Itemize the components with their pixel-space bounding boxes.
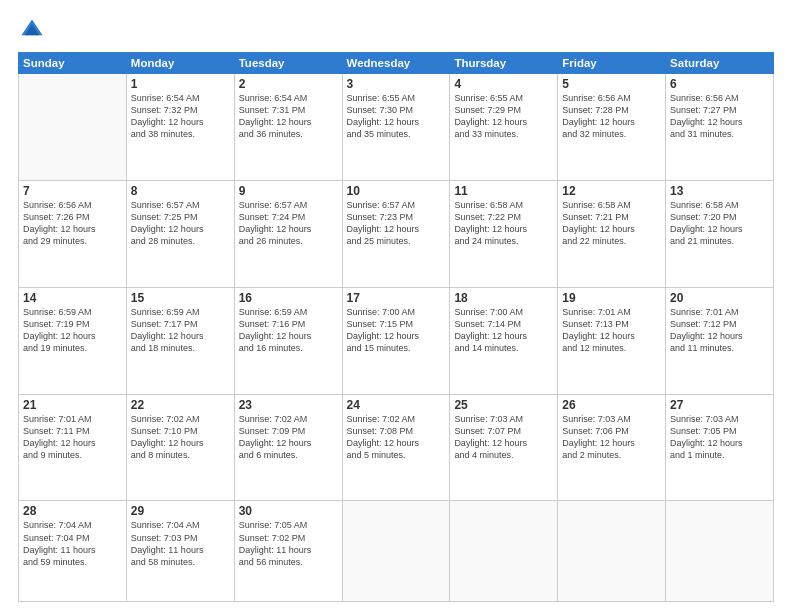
weekday-header-thursday: Thursday xyxy=(450,53,558,74)
calendar-cell xyxy=(558,501,666,602)
day-info: Sunrise: 6:58 AM Sunset: 7:20 PM Dayligh… xyxy=(670,199,769,248)
calendar-cell: 9Sunrise: 6:57 AM Sunset: 7:24 PM Daylig… xyxy=(234,180,342,287)
calendar-cell xyxy=(450,501,558,602)
day-number: 6 xyxy=(670,77,769,91)
calendar-cell: 7Sunrise: 6:56 AM Sunset: 7:26 PM Daylig… xyxy=(19,180,127,287)
day-info: Sunrise: 6:54 AM Sunset: 7:31 PM Dayligh… xyxy=(239,92,338,141)
day-info: Sunrise: 6:57 AM Sunset: 7:25 PM Dayligh… xyxy=(131,199,230,248)
day-number: 26 xyxy=(562,398,661,412)
calendar-cell: 15Sunrise: 6:59 AM Sunset: 7:17 PM Dayli… xyxy=(126,287,234,394)
calendar-cell: 26Sunrise: 7:03 AM Sunset: 7:06 PM Dayli… xyxy=(558,394,666,501)
day-info: Sunrise: 7:02 AM Sunset: 7:10 PM Dayligh… xyxy=(131,413,230,462)
header xyxy=(18,16,774,44)
day-info: Sunrise: 7:05 AM Sunset: 7:02 PM Dayligh… xyxy=(239,519,338,568)
calendar-cell xyxy=(342,501,450,602)
day-info: Sunrise: 6:59 AM Sunset: 7:16 PM Dayligh… xyxy=(239,306,338,355)
day-info: Sunrise: 7:03 AM Sunset: 7:07 PM Dayligh… xyxy=(454,413,553,462)
day-number: 8 xyxy=(131,184,230,198)
calendar-cell: 8Sunrise: 6:57 AM Sunset: 7:25 PM Daylig… xyxy=(126,180,234,287)
calendar-cell: 28Sunrise: 7:04 AM Sunset: 7:04 PM Dayli… xyxy=(19,501,127,602)
day-number: 9 xyxy=(239,184,338,198)
day-number: 23 xyxy=(239,398,338,412)
calendar-cell: 30Sunrise: 7:05 AM Sunset: 7:02 PM Dayli… xyxy=(234,501,342,602)
day-info: Sunrise: 7:01 AM Sunset: 7:11 PM Dayligh… xyxy=(23,413,122,462)
day-number: 17 xyxy=(347,291,446,305)
day-number: 19 xyxy=(562,291,661,305)
week-row-5: 28Sunrise: 7:04 AM Sunset: 7:04 PM Dayli… xyxy=(19,501,774,602)
day-info: Sunrise: 7:01 AM Sunset: 7:12 PM Dayligh… xyxy=(670,306,769,355)
day-number: 12 xyxy=(562,184,661,198)
day-number: 4 xyxy=(454,77,553,91)
calendar-cell: 14Sunrise: 6:59 AM Sunset: 7:19 PM Dayli… xyxy=(19,287,127,394)
day-info: Sunrise: 6:54 AM Sunset: 7:32 PM Dayligh… xyxy=(131,92,230,141)
week-row-3: 14Sunrise: 6:59 AM Sunset: 7:19 PM Dayli… xyxy=(19,287,774,394)
calendar-cell: 5Sunrise: 6:56 AM Sunset: 7:28 PM Daylig… xyxy=(558,74,666,181)
calendar-cell: 27Sunrise: 7:03 AM Sunset: 7:05 PM Dayli… xyxy=(666,394,774,501)
weekday-header-monday: Monday xyxy=(126,53,234,74)
day-info: Sunrise: 7:03 AM Sunset: 7:06 PM Dayligh… xyxy=(562,413,661,462)
day-info: Sunrise: 6:58 AM Sunset: 7:22 PM Dayligh… xyxy=(454,199,553,248)
day-number: 24 xyxy=(347,398,446,412)
day-number: 1 xyxy=(131,77,230,91)
day-number: 15 xyxy=(131,291,230,305)
day-info: Sunrise: 6:55 AM Sunset: 7:30 PM Dayligh… xyxy=(347,92,446,141)
day-info: Sunrise: 7:00 AM Sunset: 7:15 PM Dayligh… xyxy=(347,306,446,355)
day-number: 14 xyxy=(23,291,122,305)
day-number: 21 xyxy=(23,398,122,412)
weekday-header-friday: Friday xyxy=(558,53,666,74)
calendar-cell: 19Sunrise: 7:01 AM Sunset: 7:13 PM Dayli… xyxy=(558,287,666,394)
day-info: Sunrise: 7:04 AM Sunset: 7:03 PM Dayligh… xyxy=(131,519,230,568)
calendar-table: SundayMondayTuesdayWednesdayThursdayFrid… xyxy=(18,52,774,602)
day-info: Sunrise: 7:01 AM Sunset: 7:13 PM Dayligh… xyxy=(562,306,661,355)
day-info: Sunrise: 6:56 AM Sunset: 7:27 PM Dayligh… xyxy=(670,92,769,141)
weekday-header-saturday: Saturday xyxy=(666,53,774,74)
weekday-header-tuesday: Tuesday xyxy=(234,53,342,74)
calendar-cell: 12Sunrise: 6:58 AM Sunset: 7:21 PM Dayli… xyxy=(558,180,666,287)
day-number: 18 xyxy=(454,291,553,305)
calendar-cell: 24Sunrise: 7:02 AM Sunset: 7:08 PM Dayli… xyxy=(342,394,450,501)
day-number: 22 xyxy=(131,398,230,412)
day-number: 5 xyxy=(562,77,661,91)
day-info: Sunrise: 7:00 AM Sunset: 7:14 PM Dayligh… xyxy=(454,306,553,355)
day-number: 27 xyxy=(670,398,769,412)
logo-icon xyxy=(18,16,46,44)
calendar-cell: 13Sunrise: 6:58 AM Sunset: 7:20 PM Dayli… xyxy=(666,180,774,287)
calendar-cell: 16Sunrise: 6:59 AM Sunset: 7:16 PM Dayli… xyxy=(234,287,342,394)
calendar-cell: 17Sunrise: 7:00 AM Sunset: 7:15 PM Dayli… xyxy=(342,287,450,394)
day-info: Sunrise: 6:56 AM Sunset: 7:28 PM Dayligh… xyxy=(562,92,661,141)
day-number: 3 xyxy=(347,77,446,91)
calendar-cell: 1Sunrise: 6:54 AM Sunset: 7:32 PM Daylig… xyxy=(126,74,234,181)
day-info: Sunrise: 7:03 AM Sunset: 7:05 PM Dayligh… xyxy=(670,413,769,462)
calendar-cell: 10Sunrise: 6:57 AM Sunset: 7:23 PM Dayli… xyxy=(342,180,450,287)
calendar-cell: 25Sunrise: 7:03 AM Sunset: 7:07 PM Dayli… xyxy=(450,394,558,501)
calendar-cell: 21Sunrise: 7:01 AM Sunset: 7:11 PM Dayli… xyxy=(19,394,127,501)
calendar-cell: 22Sunrise: 7:02 AM Sunset: 7:10 PM Dayli… xyxy=(126,394,234,501)
logo xyxy=(18,16,50,44)
day-info: Sunrise: 7:02 AM Sunset: 7:08 PM Dayligh… xyxy=(347,413,446,462)
calendar-cell xyxy=(666,501,774,602)
calendar-cell: 11Sunrise: 6:58 AM Sunset: 7:22 PM Dayli… xyxy=(450,180,558,287)
day-info: Sunrise: 6:57 AM Sunset: 7:23 PM Dayligh… xyxy=(347,199,446,248)
day-number: 10 xyxy=(347,184,446,198)
calendar-cell: 2Sunrise: 6:54 AM Sunset: 7:31 PM Daylig… xyxy=(234,74,342,181)
day-number: 13 xyxy=(670,184,769,198)
day-info: Sunrise: 6:57 AM Sunset: 7:24 PM Dayligh… xyxy=(239,199,338,248)
calendar-cell: 23Sunrise: 7:02 AM Sunset: 7:09 PM Dayli… xyxy=(234,394,342,501)
calendar-cell xyxy=(19,74,127,181)
weekday-header-sunday: Sunday xyxy=(19,53,127,74)
day-info: Sunrise: 6:55 AM Sunset: 7:29 PM Dayligh… xyxy=(454,92,553,141)
day-number: 11 xyxy=(454,184,553,198)
calendar-cell: 4Sunrise: 6:55 AM Sunset: 7:29 PM Daylig… xyxy=(450,74,558,181)
day-info: Sunrise: 7:02 AM Sunset: 7:09 PM Dayligh… xyxy=(239,413,338,462)
day-number: 7 xyxy=(23,184,122,198)
weekday-header-row: SundayMondayTuesdayWednesdayThursdayFrid… xyxy=(19,53,774,74)
calendar-cell: 18Sunrise: 7:00 AM Sunset: 7:14 PM Dayli… xyxy=(450,287,558,394)
week-row-2: 7Sunrise: 6:56 AM Sunset: 7:26 PM Daylig… xyxy=(19,180,774,287)
calendar-cell: 3Sunrise: 6:55 AM Sunset: 7:30 PM Daylig… xyxy=(342,74,450,181)
day-number: 30 xyxy=(239,504,338,518)
day-info: Sunrise: 7:04 AM Sunset: 7:04 PM Dayligh… xyxy=(23,519,122,568)
calendar-cell: 6Sunrise: 6:56 AM Sunset: 7:27 PM Daylig… xyxy=(666,74,774,181)
day-number: 28 xyxy=(23,504,122,518)
day-number: 25 xyxy=(454,398,553,412)
page: SundayMondayTuesdayWednesdayThursdayFrid… xyxy=(0,0,792,612)
